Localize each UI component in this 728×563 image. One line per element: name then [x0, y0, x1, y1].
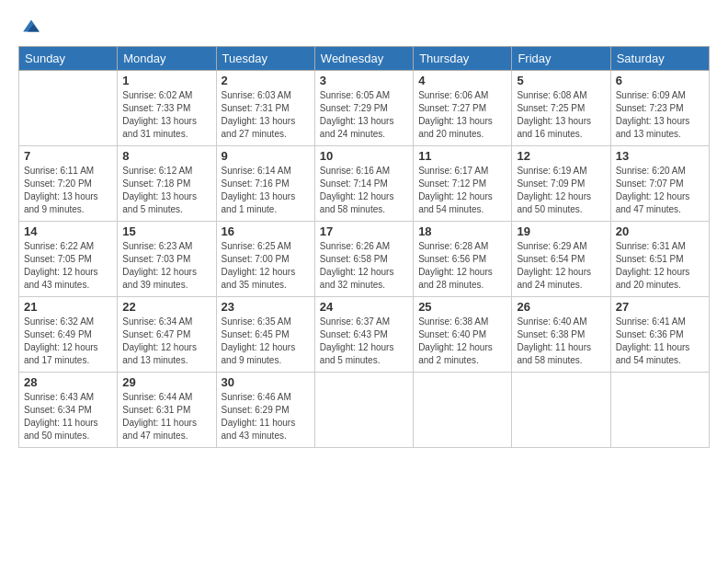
calendar-cell: 9Sunrise: 6:14 AM Sunset: 7:16 PM Daylig…: [216, 146, 314, 222]
day-info: Sunrise: 6:25 AM Sunset: 7:00 PM Dayligh…: [222, 240, 310, 292]
calendar-cell: [314, 373, 413, 448]
day-number: 17: [320, 224, 408, 238]
day-number: 13: [616, 149, 704, 163]
day-info: Sunrise: 6:29 AM Sunset: 6:54 PM Dayligh…: [517, 240, 605, 292]
day-number: 24: [320, 300, 408, 314]
day-info: Sunrise: 6:22 AM Sunset: 7:05 PM Dayligh…: [24, 240, 112, 292]
day-info: Sunrise: 6:20 AM Sunset: 7:07 PM Dayligh…: [616, 165, 704, 216]
day-info: Sunrise: 6:09 AM Sunset: 7:23 PM Dayligh…: [616, 89, 704, 141]
day-number: 23: [222, 300, 310, 314]
calendar-cell: 2Sunrise: 6:03 AM Sunset: 7:31 PM Daylig…: [216, 71, 314, 146]
calendar-cell: 13Sunrise: 6:20 AM Sunset: 7:07 PM Dayli…: [610, 146, 709, 222]
day-number: 19: [517, 224, 605, 238]
calendar-cell: 22Sunrise: 6:34 AM Sunset: 6:47 PM Dayli…: [118, 297, 216, 373]
day-number: 14: [24, 224, 112, 238]
calendar-table: SundayMondayTuesdayWednesdayThursdayFrid…: [18, 46, 710, 448]
calendar-cell: 20Sunrise: 6:31 AM Sunset: 6:51 PM Dayli…: [610, 222, 709, 297]
calendar-cell: [19, 71, 118, 146]
day-info: Sunrise: 6:32 AM Sunset: 6:49 PM Dayligh…: [24, 316, 112, 367]
week-row-3: 21Sunrise: 6:32 AM Sunset: 6:49 PM Dayli…: [19, 297, 710, 373]
day-header-tuesday: Tuesday: [216, 47, 314, 71]
calendar-cell: 29Sunrise: 6:44 AM Sunset: 6:31 PM Dayli…: [118, 373, 216, 448]
calendar-cell: 30Sunrise: 6:46 AM Sunset: 6:29 PM Dayli…: [216, 373, 314, 448]
day-number: 5: [517, 74, 605, 87]
calendar-cell: 7Sunrise: 6:11 AM Sunset: 7:20 PM Daylig…: [19, 146, 118, 222]
day-info: Sunrise: 6:05 AM Sunset: 7:29 PM Dayligh…: [320, 89, 408, 141]
day-header-thursday: Thursday: [414, 47, 512, 71]
day-number: 1: [122, 74, 210, 87]
calendar-cell: 19Sunrise: 6:29 AM Sunset: 6:54 PM Dayli…: [512, 222, 610, 297]
day-number: 28: [24, 375, 112, 389]
day-header-wednesday: Wednesday: [314, 47, 413, 71]
day-number: 30: [222, 375, 310, 389]
calendar-cell: 14Sunrise: 6:22 AM Sunset: 7:05 PM Dayli…: [19, 222, 118, 297]
day-header-monday: Monday: [118, 47, 216, 71]
calendar-cell: 11Sunrise: 6:17 AM Sunset: 7:12 PM Dayli…: [414, 146, 512, 222]
week-row-1: 7Sunrise: 6:11 AM Sunset: 7:20 PM Daylig…: [19, 146, 710, 222]
day-number: 7: [24, 149, 112, 163]
day-number: 16: [222, 224, 310, 238]
calendar-cell: [414, 373, 512, 448]
day-info: Sunrise: 6:31 AM Sunset: 6:51 PM Dayligh…: [616, 240, 704, 292]
day-number: 26: [517, 300, 605, 314]
day-info: Sunrise: 6:06 AM Sunset: 7:27 PM Dayligh…: [418, 89, 506, 141]
day-info: Sunrise: 6:44 AM Sunset: 6:31 PM Dayligh…: [122, 391, 210, 442]
calendar-cell: 24Sunrise: 6:37 AM Sunset: 6:43 PM Dayli…: [314, 297, 413, 373]
calendar-cell: 25Sunrise: 6:38 AM Sunset: 6:40 PM Dayli…: [414, 297, 512, 373]
day-info: Sunrise: 6:19 AM Sunset: 7:09 PM Dayligh…: [517, 165, 605, 216]
week-row-0: 1Sunrise: 6:02 AM Sunset: 7:33 PM Daylig…: [19, 71, 710, 146]
day-info: Sunrise: 6:46 AM Sunset: 6:29 PM Dayligh…: [222, 391, 310, 442]
day-info: Sunrise: 6:38 AM Sunset: 6:40 PM Dayligh…: [418, 316, 506, 367]
day-info: Sunrise: 6:41 AM Sunset: 6:36 PM Dayligh…: [616, 316, 704, 367]
day-info: Sunrise: 6:40 AM Sunset: 6:38 PM Dayligh…: [517, 316, 605, 367]
calendar-cell: 3Sunrise: 6:05 AM Sunset: 7:29 PM Daylig…: [314, 71, 413, 146]
day-info: Sunrise: 6:23 AM Sunset: 7:03 PM Dayligh…: [122, 240, 210, 292]
calendar-cell: 23Sunrise: 6:35 AM Sunset: 6:45 PM Dayli…: [216, 297, 314, 373]
day-info: Sunrise: 6:34 AM Sunset: 6:47 PM Dayligh…: [122, 316, 210, 367]
day-number: 8: [122, 149, 210, 163]
day-number: 27: [616, 300, 704, 314]
logo: [18, 15, 42, 37]
day-number: 2: [222, 74, 310, 87]
calendar-cell: 27Sunrise: 6:41 AM Sunset: 6:36 PM Dayli…: [610, 297, 709, 373]
day-info: Sunrise: 6:43 AM Sunset: 6:34 PM Dayligh…: [24, 391, 112, 442]
day-info: Sunrise: 6:17 AM Sunset: 7:12 PM Dayligh…: [418, 165, 506, 216]
day-number: 10: [320, 149, 408, 163]
calendar-cell: 28Sunrise: 6:43 AM Sunset: 6:34 PM Dayli…: [19, 373, 118, 448]
header: [18, 15, 710, 37]
day-number: 6: [616, 74, 704, 87]
day-number: 21: [24, 300, 112, 314]
calendar-cell: 4Sunrise: 6:06 AM Sunset: 7:27 PM Daylig…: [414, 71, 512, 146]
day-info: Sunrise: 6:35 AM Sunset: 6:45 PM Dayligh…: [222, 316, 310, 367]
day-number: 22: [122, 300, 210, 314]
calendar-cell: 8Sunrise: 6:12 AM Sunset: 7:18 PM Daylig…: [118, 146, 216, 222]
week-row-4: 28Sunrise: 6:43 AM Sunset: 6:34 PM Dayli…: [19, 373, 710, 448]
day-header-friday: Friday: [512, 47, 610, 71]
calendar-cell: 5Sunrise: 6:08 AM Sunset: 7:25 PM Daylig…: [512, 71, 610, 146]
day-number: 11: [418, 149, 506, 163]
day-number: 9: [222, 149, 310, 163]
day-number: 12: [517, 149, 605, 163]
week-row-2: 14Sunrise: 6:22 AM Sunset: 7:05 PM Dayli…: [19, 222, 710, 297]
calendar-cell: 21Sunrise: 6:32 AM Sunset: 6:49 PM Dayli…: [19, 297, 118, 373]
day-info: Sunrise: 6:11 AM Sunset: 7:20 PM Dayligh…: [24, 165, 112, 216]
day-info: Sunrise: 6:28 AM Sunset: 6:56 PM Dayligh…: [418, 240, 506, 292]
day-number: 29: [122, 375, 210, 389]
calendar-cell: 18Sunrise: 6:28 AM Sunset: 6:56 PM Dayli…: [414, 222, 512, 297]
day-info: Sunrise: 6:02 AM Sunset: 7:33 PM Dayligh…: [122, 89, 210, 141]
day-info: Sunrise: 6:03 AM Sunset: 7:31 PM Dayligh…: [222, 89, 310, 141]
day-info: Sunrise: 6:16 AM Sunset: 7:14 PM Dayligh…: [320, 165, 408, 216]
calendar-cell: 17Sunrise: 6:26 AM Sunset: 6:58 PM Dayli…: [314, 222, 413, 297]
day-header-saturday: Saturday: [610, 47, 709, 71]
day-number: 3: [320, 74, 408, 87]
calendar-cell: 12Sunrise: 6:19 AM Sunset: 7:09 PM Dayli…: [512, 146, 610, 222]
logo-icon: [20, 15, 42, 37]
page: SundayMondayTuesdayWednesdayThursdayFrid…: [0, 0, 728, 563]
day-info: Sunrise: 6:26 AM Sunset: 6:58 PM Dayligh…: [320, 240, 408, 292]
calendar-cell: 10Sunrise: 6:16 AM Sunset: 7:14 PM Dayli…: [314, 146, 413, 222]
calendar-header-row: SundayMondayTuesdayWednesdayThursdayFrid…: [19, 47, 710, 71]
day-number: 18: [418, 224, 506, 238]
calendar-cell: 16Sunrise: 6:25 AM Sunset: 7:00 PM Dayli…: [216, 222, 314, 297]
day-number: 20: [616, 224, 704, 238]
day-info: Sunrise: 6:14 AM Sunset: 7:16 PM Dayligh…: [222, 165, 310, 216]
